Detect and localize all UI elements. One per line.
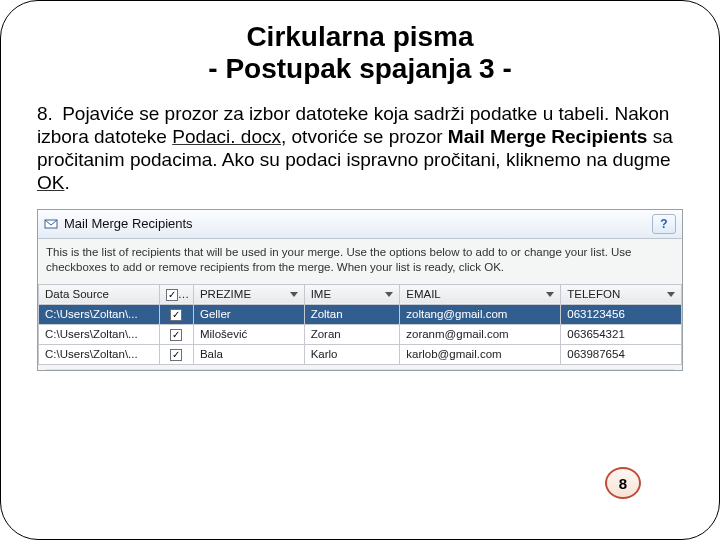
page-number-badge: 8 [605,467,641,499]
chevron-down-icon [667,292,675,297]
cell-telefon: 063123456 [561,304,682,324]
column-select-all[interactable]: ✓ [159,284,193,304]
dialog-separator [46,369,674,370]
cell-checkbox[interactable]: ✓ [159,304,193,324]
column-email-label: EMAIL [406,288,441,300]
table-row[interactable]: C:\Users\Zoltan\...✓MiloševićZoranzoranm… [39,324,682,344]
table-body: C:\Users\Zoltan\...✓GellerZoltanzoltang@… [39,304,682,364]
chevron-down-icon [290,292,298,297]
chevron-down-icon [385,292,393,297]
mail-merge-dialog: Mail Merge Recipients ? This is the list… [37,209,683,371]
slide-title: Cirkularna pisma - Postupak spajanja 3 - [31,21,689,85]
cell-data-source: C:\Users\Zoltan\... [39,344,160,364]
column-telefon[interactable]: TELEFON [561,284,682,304]
cell-telefon: 063654321 [561,324,682,344]
help-button[interactable]: ? [652,214,676,234]
dialog-title-icon [44,217,58,231]
dialog-titlebar: Mail Merge Recipients ? [38,210,682,239]
select-all-checkbox[interactable]: ✓ [166,289,178,301]
cell-email: zoltang@gmail.com [400,304,561,324]
column-ime-label: IME [311,288,331,300]
step-end: . [64,172,69,193]
slide-frame: Cirkularna pisma - Postupak spajanja 3 -… [0,0,720,540]
help-icon: ? [660,217,667,231]
row-checkbox[interactable]: ✓ [170,349,182,361]
column-telefon-label: TELEFON [567,288,620,300]
cell-prezime: Geller [193,304,304,324]
dialog-name-bold: Mail Merge Recipients [448,126,648,147]
column-data-source-label: Data Source [45,288,109,300]
step-part2: , otvoriće se prozor [281,126,448,147]
cell-checkbox[interactable]: ✓ [159,344,193,364]
cell-prezime: Milošević [193,324,304,344]
recipients-table: Data Source ✓ PREZIME IME EMAIL TELEFON … [38,284,682,365]
slide-title-line1: Cirkularna pisma [246,21,473,52]
cell-checkbox[interactable]: ✓ [159,324,193,344]
dialog-title-text: Mail Merge Recipients [64,216,652,231]
file-name: Podaci. docx [172,126,281,147]
cell-email: zoranm@gmail.com [400,324,561,344]
step-number: 8. [37,103,53,124]
column-ime[interactable]: IME [304,284,400,304]
dialog-description: This is the list of recipients that will… [38,239,682,284]
chevron-down-icon [546,292,554,297]
cell-telefon: 063987654 [561,344,682,364]
cell-data-source: C:\Users\Zoltan\... [39,324,160,344]
slide-title-line2: - Postupak spajanja 3 - [208,53,511,84]
ok-label: OK [37,172,64,193]
row-checkbox[interactable]: ✓ [170,309,182,321]
cell-ime: Zoran [304,324,400,344]
table-header: Data Source ✓ PREZIME IME EMAIL TELEFON [39,284,682,304]
table-row[interactable]: C:\Users\Zoltan\...✓BalaKarlokarlob@gmai… [39,344,682,364]
column-prezime[interactable]: PREZIME [193,284,304,304]
row-checkbox[interactable]: ✓ [170,329,182,341]
table-row[interactable]: C:\Users\Zoltan\...✓GellerZoltanzoltang@… [39,304,682,324]
step-text: 8. Pojaviće se prozor za izbor datoteke … [37,103,683,194]
column-email[interactable]: EMAIL [400,284,561,304]
page-number-text: 8 [619,475,627,492]
cell-ime: Karlo [304,344,400,364]
column-data-source[interactable]: Data Source [39,284,160,304]
column-prezime-label: PREZIME [200,288,251,300]
cell-data-source: C:\Users\Zoltan\... [39,304,160,324]
cell-email: karlob@gmail.com [400,344,561,364]
cell-ime: Zoltan [304,304,400,324]
cell-prezime: Bala [193,344,304,364]
